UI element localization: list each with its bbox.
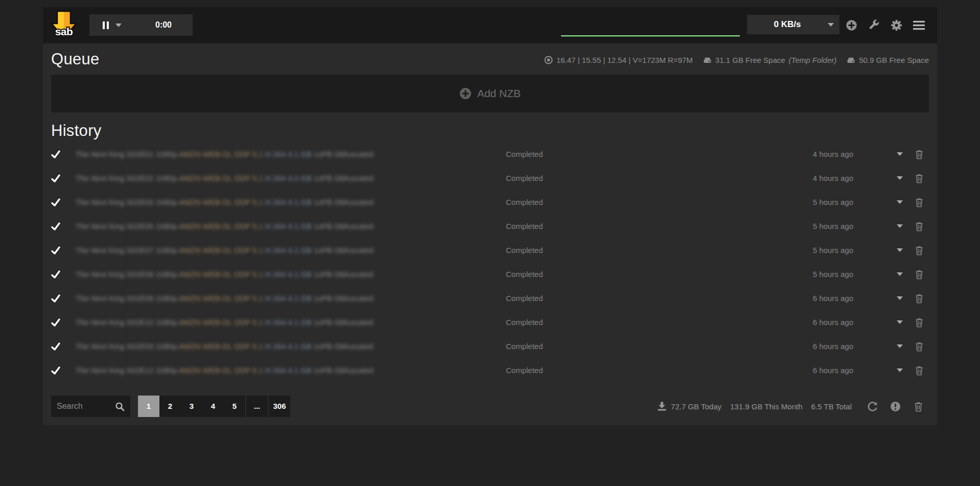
status-wrench-button[interactable] (868, 19, 880, 31)
history-row: The Next King S02E01 1080p AMZN WEB-DL D… (43, 142, 937, 166)
sab-arrow-icon: sab (50, 10, 78, 40)
history-item-name[interactable]: The Next King S02E10 1080p AMZN WEB-DL D… (76, 318, 506, 327)
pause-button[interactable] (89, 14, 134, 36)
add-nzb-label: Add NZB (477, 87, 521, 100)
age-label: 5 hours ago (772, 222, 853, 230)
age-label: 6 hours ago (772, 342, 853, 351)
gear-icon (891, 19, 902, 31)
pause-control-group: 0:00 (89, 14, 193, 36)
history-item-name[interactable]: The Next King S02E03 1080p AMZN WEB-DL D… (76, 342, 506, 351)
history-row: The Next King S02E03 1080p AMZN WEB-DL D… (43, 334, 937, 358)
row-actions-caret[interactable] (897, 248, 903, 252)
row-actions-caret[interactable] (897, 176, 903, 180)
history-item-name[interactable]: The Next King S02E07 1080p AMZN WEB-DL D… (76, 246, 506, 254)
status-label: Completed (506, 222, 772, 230)
trash-icon (914, 401, 923, 412)
row-actions-caret[interactable] (897, 224, 903, 228)
history-item-name[interactable]: The Next King S02E09 1080p AMZN WEB-DL D… (76, 294, 506, 303)
purge-history-button[interactable] (913, 401, 924, 412)
page-button-3[interactable]: 3 (181, 396, 202, 417)
row-actions-caret[interactable] (897, 152, 903, 156)
trash-icon[interactable] (915, 269, 924, 280)
today-total: 72.7 GB Today (658, 402, 721, 411)
hard-drive-icon (847, 56, 855, 64)
row-actions-caret[interactable] (897, 296, 903, 300)
search-input[interactable] (57, 402, 115, 411)
add-nzb-icon-button[interactable] (846, 19, 857, 31)
history-info-button[interactable] (890, 401, 901, 412)
page-button-4[interactable]: 4 (202, 396, 224, 417)
history-footer: 1 2 3 4 5 ... 306 72.7 GB Today 131.9 GB… (51, 396, 924, 417)
history-item-name[interactable]: The Next King S02E01 1080p AMZN WEB-DL D… (76, 150, 506, 158)
status-label: Completed (506, 342, 772, 351)
trash-icon[interactable] (915, 149, 924, 159)
svg-text:sab: sab (55, 26, 73, 37)
search-icon[interactable] (115, 402, 125, 411)
age-label: 5 hours ago (772, 270, 853, 279)
trash-icon[interactable] (915, 341, 924, 352)
trash-icon[interactable] (915, 317, 924, 328)
exclamation-circle-icon (890, 401, 901, 412)
age-label: 6 hours ago (772, 294, 853, 303)
check-icon (51, 342, 60, 351)
temp-free-space-text: 31.1 GB Free Space (715, 56, 785, 64)
check-icon (51, 246, 60, 255)
trash-icon[interactable] (915, 197, 924, 207)
menu-hamburger-button[interactable] (913, 19, 925, 31)
row-actions-caret[interactable] (897, 344, 903, 348)
trash-icon[interactable] (915, 245, 924, 256)
month-total-text: 131.9 GB This Month (730, 402, 802, 411)
page-button-1[interactable]: 1 (138, 396, 159, 417)
row-actions-caret[interactable] (897, 200, 903, 204)
history-row: The Next King S02E07 1080p AMZN WEB-DL D… (43, 238, 937, 262)
hard-drive-icon (703, 56, 712, 64)
row-actions-caret[interactable] (897, 320, 903, 324)
speed-limit-button[interactable]: 0 KB/s (747, 15, 839, 34)
topbar: sab 0:00 0 KB/s (43, 7, 937, 43)
disk-free-space: 50.9 GB Free Space (847, 56, 929, 64)
speed-graph-line (561, 35, 740, 36)
trash-icon[interactable] (915, 173, 924, 183)
topbar-icon-group (846, 7, 925, 43)
wrench-icon (868, 19, 880, 31)
history-list: The Next King S02E01 1080p AMZN WEB-DL D… (43, 142, 937, 382)
check-icon (51, 222, 60, 231)
status-label: Completed (506, 270, 772, 279)
settings-gear-button[interactable] (891, 19, 902, 31)
queue-header: Queue 16.47 | 15.55 | 12.54 | V=1723M R=… (43, 44, 937, 68)
history-item-name[interactable]: The Next King S02E12 1080p AMZN WEB-DL D… (76, 366, 506, 375)
add-nzb-dropzone[interactable]: Add NZB (51, 75, 929, 112)
history-row: The Next King S02E09 1080p AMZN WEB-DL D… (43, 286, 937, 310)
speed-graph (561, 17, 740, 36)
history-item-name[interactable]: The Next King S02E02 1080p AMZN WEB-DL D… (76, 174, 506, 182)
age-label: 5 hours ago (772, 198, 853, 206)
row-actions-caret[interactable] (897, 272, 903, 276)
history-item-name[interactable]: The Next King S02E05 1080p AMZN WEB-DL D… (76, 222, 506, 230)
server-stats: 16.47 | 15.55 | 12.54 | V=1723M R=97M (544, 56, 693, 64)
temp-free-space: 31.1 GB Free Space (Temp Folder) (703, 56, 836, 64)
history-title: History (51, 122, 929, 140)
alltime-total-text: 6.5 TB Total (811, 402, 852, 411)
age-label: 4 hours ago (772, 174, 853, 182)
sabnzbd-logo[interactable]: sab (50, 10, 78, 40)
refresh-button[interactable] (867, 401, 878, 412)
history-row: The Next King S02E05 1080p AMZN WEB-DL D… (43, 214, 937, 238)
page-button-2[interactable]: 2 (159, 396, 181, 417)
page-button-last[interactable]: 306 (269, 396, 290, 417)
check-icon (51, 198, 60, 207)
disk-free-space-text: 50.9 GB Free Space (859, 56, 929, 64)
status-label: Completed (506, 366, 772, 375)
history-row: The Next King S02E12 1080p AMZN WEB-DL D… (43, 358, 937, 382)
page-button-5[interactable]: 5 (224, 396, 245, 417)
age-label: 6 hours ago (772, 318, 853, 327)
plus-circle-icon (846, 19, 857, 31)
today-total-text: 72.7 GB Today (671, 402, 721, 411)
trash-icon[interactable] (915, 293, 924, 304)
history-item-name[interactable]: The Next King S02E03 1080p AMZN WEB-DL D… (76, 198, 506, 206)
row-actions-caret[interactable] (897, 368, 903, 372)
status-label: Completed (506, 246, 772, 254)
history-item-name[interactable]: The Next King S02E08 1080p AMZN WEB-DL D… (76, 270, 506, 279)
trash-icon[interactable] (915, 221, 924, 232)
status-label: Completed (506, 198, 772, 206)
trash-icon[interactable] (915, 365, 924, 376)
